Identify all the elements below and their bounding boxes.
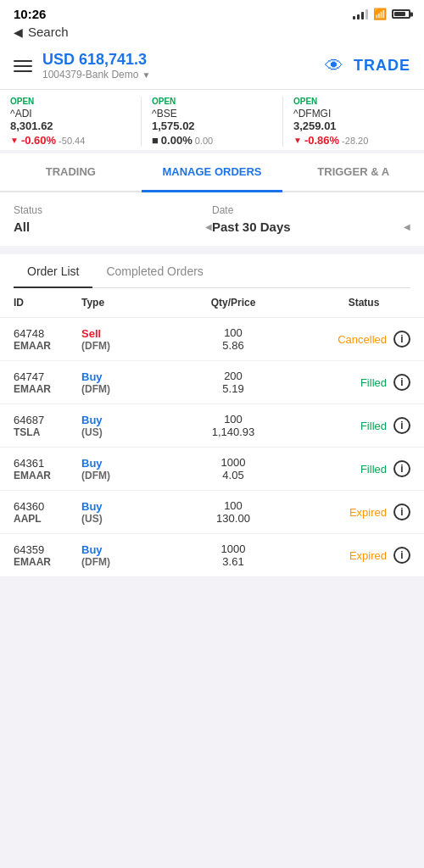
ticker-bse-icon: ■ [152, 134, 159, 147]
order-tabs-container: Order List Completed Orders [0, 254, 424, 288]
filters: Status All ◀ Date Past 30 Days ◀ [0, 192, 424, 246]
order-market: (DFM) [81, 340, 149, 352]
header-left [14, 60, 32, 72]
battery-icon [392, 9, 410, 19]
info-button[interactable]: i [393, 460, 410, 477]
order-qty-block: 200 5.19 [149, 370, 317, 395]
order-type-block: Buy (DFM) [81, 370, 149, 395]
ticker-dfmgi[interactable]: OPEN ^DFMGI 3,259.01 ▼ -0.86% -28.20 [283, 97, 424, 147]
info-button[interactable]: i [393, 547, 410, 564]
account-dropdown-icon[interactable]: ▼ [142, 70, 150, 80]
order-id-block: 64748 EMAAR [14, 327, 81, 352]
order-type-block: Sell (DFM) [81, 327, 149, 352]
table-row[interactable]: 64687 TSLA Buy (US) 100 1,140.93 Filled … [0, 404, 424, 448]
order-action: Sell [81, 327, 149, 340]
order-type-block: Buy (DFM) [81, 457, 149, 481]
ticker-bse[interactable]: OPEN ^BSE 1,575.02 ■ 0.00% 0.00 [142, 97, 283, 147]
wifi-icon: 📶 [373, 8, 387, 20]
order-qty: 100 [149, 499, 317, 512]
order-price: 3.61 [149, 555, 317, 568]
nav-tabs: TRADING MANAGE ORDERS TRIGGER & A [0, 153, 424, 192]
ticker-adi-pct: -0.60% [21, 134, 56, 147]
order-qty: 1000 [149, 456, 317, 469]
ticker-bse-value: 1,575.02 [152, 120, 272, 132]
ticker-adi-value: 8,301.62 [10, 120, 131, 132]
tab-trading[interactable]: TRADING [0, 153, 142, 191]
status-filter-value: All [14, 220, 30, 234]
ticker-dfmgi-arrow: ▼ [293, 136, 302, 145]
ticker-dfmgi-pts: -28.20 [342, 136, 368, 146]
order-qty: 1000 [149, 542, 317, 555]
status-bar: 10:26 📶 [0, 0, 424, 25]
tab-trigger[interactable]: TRIGGER & A [282, 153, 424, 191]
ticker-bse-pct: 0.00% [161, 134, 192, 147]
status-icons: 📶 [353, 8, 410, 20]
order-market: (DFM) [81, 556, 149, 568]
order-status-block: Filled i [317, 460, 410, 477]
order-id: 64360 [14, 500, 81, 513]
order-action: Buy [81, 500, 149, 513]
orders-list: 64748 EMAAR Sell (DFM) 100 5.86 Cancelle… [0, 318, 424, 577]
hamburger-menu[interactable] [14, 60, 32, 72]
order-price: 5.86 [149, 339, 317, 352]
order-status: Cancelled [338, 333, 387, 346]
info-button[interactable]: i [393, 417, 410, 434]
status-filter-label: Status [14, 204, 212, 216]
ticker-dfmgi-pct: -0.86% [304, 134, 339, 147]
tab-manage-orders[interactable]: MANAGE ORDERS [142, 153, 283, 192]
table-row[interactable]: 64361 EMAAR Buy (DFM) 1000 4.05 Filled i [0, 448, 424, 491]
table-row[interactable]: 64360 AAPL Buy (US) 100 130.00 Expired i [0, 491, 424, 534]
order-qty: 100 [149, 326, 317, 339]
order-qty: 200 [149, 370, 317, 382]
order-status: Filled [360, 420, 387, 432]
ticker-adi[interactable]: OPEN ^ADI 8,301.62 ▼ -0.60% -50.44 [0, 97, 142, 147]
tab-order-list[interactable]: Order List [14, 254, 92, 288]
order-action: Buy [81, 414, 149, 426]
order-status-block: Cancelled i [317, 331, 410, 348]
order-type-block: Buy (US) [81, 414, 149, 438]
info-button[interactable]: i [393, 374, 410, 391]
status-filter[interactable]: Status All ◀ [14, 204, 212, 234]
order-price: 4.05 [149, 469, 317, 481]
order-status-block: Expired i [317, 504, 410, 520]
date-filter-label: Date [212, 204, 410, 216]
order-id-block: 64747 EMAAR [14, 370, 81, 395]
table-row[interactable]: 64359 EMAAR Buy (DFM) 1000 3.61 Expired … [0, 534, 424, 577]
order-type-block: Buy (US) [81, 500, 149, 525]
trade-button[interactable]: TRADE [354, 57, 410, 75]
order-qty-block: 100 1,140.93 [149, 413, 317, 438]
ticker-adi-arrow: ▼ [10, 136, 19, 145]
order-id: 64747 [14, 370, 81, 383]
ticker-bse-open: OPEN [152, 97, 272, 106]
info-button[interactable]: i [393, 504, 410, 520]
order-qty-block: 1000 3.61 [149, 542, 317, 568]
order-id: 64748 [14, 327, 81, 340]
date-filter[interactable]: Date Past 30 Days ◀ [212, 204, 410, 234]
tab-completed-orders[interactable]: Completed Orders [92, 254, 216, 287]
order-symbol: TSLA [14, 426, 81, 438]
table-row[interactable]: 64747 EMAAR Buy (DFM) 200 5.19 Filled i [0, 361, 424, 404]
table-row[interactable]: 64748 EMAAR Sell (DFM) 100 5.86 Cancelle… [0, 318, 424, 361]
order-status: Expired [349, 506, 387, 519]
order-id-block: 64360 AAPL [14, 500, 81, 525]
ticker-bse-pts: 0.00 [195, 136, 213, 146]
ticker-adi-symbol: ^ADI [10, 108, 131, 120]
order-price: 130.00 [149, 512, 317, 525]
order-type-block: Buy (DFM) [81, 543, 149, 568]
order-id: 64687 [14, 414, 81, 426]
order-id: 64361 [14, 457, 81, 470]
info-button[interactable]: i [393, 331, 410, 348]
order-price: 5.19 [149, 382, 317, 395]
status-time: 10:26 [14, 7, 46, 21]
col-header-id: ID [14, 297, 81, 309]
account-row[interactable]: 1004379-Bank Demo ▼ [42, 69, 325, 81]
search-label[interactable]: Search [28, 25, 69, 39]
table-header: ID Type Qty/Price Status [0, 288, 424, 318]
header-center: USD 618,741.3 1004379-Bank Demo ▼ [42, 51, 325, 81]
order-tabs: Order List Completed Orders [14, 254, 410, 288]
order-price: 1,140.93 [149, 426, 317, 438]
back-arrow-icon[interactable]: ◀ [14, 25, 23, 39]
visibility-icon[interactable]: 👁 [325, 55, 343, 77]
order-symbol: EMAAR [14, 340, 81, 352]
order-status: Expired [349, 549, 387, 562]
